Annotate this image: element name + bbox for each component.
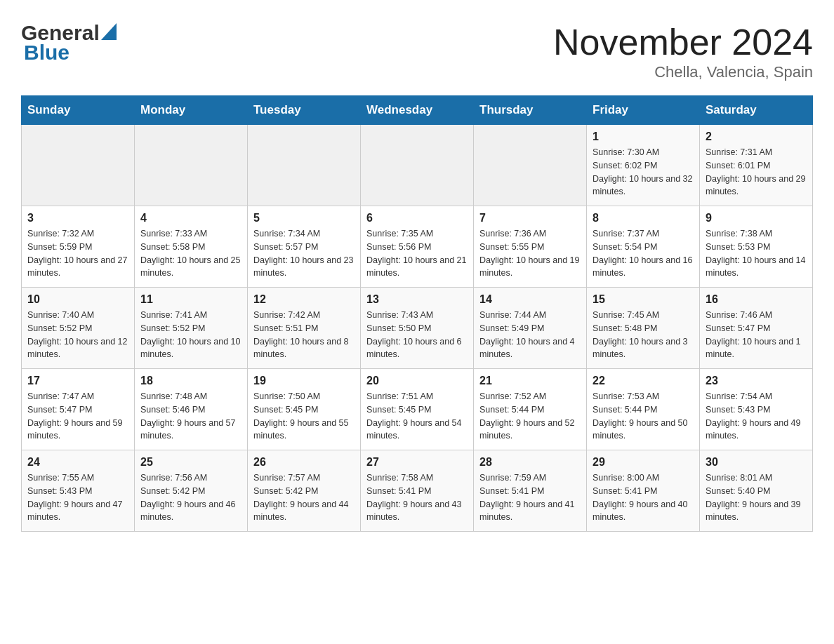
day-number: 7 [479,212,581,224]
page-header: General Blue November 2024 Chella, Valen… [21,21,813,81]
day-header-wednesday: Wednesday [361,96,474,125]
month-title: November 2024 [553,21,813,63]
calendar-cell: 29Sunrise: 8:00 AMSunset: 5:41 PMDayligh… [587,450,700,532]
day-header-sunday: Sunday [22,96,135,125]
day-header-monday: Monday [135,96,248,125]
calendar-cell [361,125,474,206]
day-info: Sunrise: 7:31 AMSunset: 6:01 PMDaylight:… [706,146,807,199]
day-number: 6 [366,212,468,224]
day-number: 1 [593,130,694,143]
calendar-cell: 6Sunrise: 7:35 AMSunset: 5:56 PMDaylight… [361,206,474,288]
day-number: 11 [140,293,241,306]
day-number: 22 [593,375,694,387]
calendar-cell: 14Sunrise: 7:44 AMSunset: 5:49 PMDayligh… [474,288,587,369]
day-info: Sunrise: 7:59 AMSunset: 5:41 PMDaylight:… [479,471,581,524]
calendar-week-row: 24Sunrise: 7:55 AMSunset: 5:43 PMDayligh… [22,450,813,532]
day-info: Sunrise: 7:44 AMSunset: 5:49 PMDaylight:… [479,309,581,361]
logo-triangle-icon [101,23,117,40]
day-number: 15 [593,293,694,306]
day-info: Sunrise: 7:42 AMSunset: 5:51 PMDaylight:… [253,309,355,361]
day-info: Sunrise: 7:53 AMSunset: 5:44 PMDaylight:… [593,390,694,443]
calendar-week-row: 17Sunrise: 7:47 AMSunset: 5:47 PMDayligh… [22,369,813,450]
title-block: November 2024 Chella, Valencia, Spain [553,21,813,81]
day-info: Sunrise: 7:43 AMSunset: 5:50 PMDaylight:… [366,309,468,361]
day-number: 21 [479,375,581,387]
day-info: Sunrise: 7:58 AMSunset: 5:41 PMDaylight:… [366,471,468,524]
day-number: 14 [479,293,581,306]
day-info: Sunrise: 7:40 AMSunset: 5:52 PMDaylight:… [27,309,128,361]
calendar-cell: 18Sunrise: 7:48 AMSunset: 5:46 PMDayligh… [135,369,248,450]
calendar-cell: 30Sunrise: 8:01 AMSunset: 5:40 PMDayligh… [700,450,813,532]
calendar-cell: 4Sunrise: 7:33 AMSunset: 5:58 PMDaylight… [135,206,248,288]
day-info: Sunrise: 8:01 AMSunset: 5:40 PMDaylight:… [706,471,807,524]
day-info: Sunrise: 7:57 AMSunset: 5:42 PMDaylight:… [253,471,355,524]
day-number: 13 [366,293,468,306]
day-info: Sunrise: 7:34 AMSunset: 5:57 PMDaylight:… [253,227,355,280]
day-info: Sunrise: 7:56 AMSunset: 5:42 PMDaylight:… [140,471,241,524]
calendar-cell: 23Sunrise: 7:54 AMSunset: 5:43 PMDayligh… [700,369,813,450]
calendar-cell: 21Sunrise: 7:52 AMSunset: 5:44 PMDayligh… [474,369,587,450]
day-number: 3 [27,212,128,224]
calendar-cell: 28Sunrise: 7:59 AMSunset: 5:41 PMDayligh… [474,450,587,532]
day-number: 18 [140,375,241,387]
day-number: 16 [706,293,807,306]
calendar-cell: 7Sunrise: 7:36 AMSunset: 5:55 PMDaylight… [474,206,587,288]
calendar-cell: 15Sunrise: 7:45 AMSunset: 5:48 PMDayligh… [587,288,700,369]
calendar-cell: 10Sunrise: 7:40 AMSunset: 5:52 PMDayligh… [22,288,135,369]
svg-marker-0 [101,23,117,40]
day-header-saturday: Saturday [700,96,813,125]
day-number: 28 [479,456,581,469]
calendar-cell: 8Sunrise: 7:37 AMSunset: 5:54 PMDaylight… [587,206,700,288]
calendar-cell [22,125,135,206]
calendar-cell: 20Sunrise: 7:51 AMSunset: 5:45 PMDayligh… [361,369,474,450]
calendar-cell: 12Sunrise: 7:42 AMSunset: 5:51 PMDayligh… [248,288,361,369]
day-info: Sunrise: 7:37 AMSunset: 5:54 PMDaylight:… [593,227,694,280]
day-number: 8 [593,212,694,224]
calendar-cell: 5Sunrise: 7:34 AMSunset: 5:57 PMDaylight… [248,206,361,288]
day-number: 12 [253,293,355,306]
day-info: Sunrise: 8:00 AMSunset: 5:41 PMDaylight:… [593,471,694,524]
day-info: Sunrise: 7:47 AMSunset: 5:47 PMDaylight:… [27,390,128,443]
logo-blue-text: Blue [24,41,70,65]
calendar-header-row: SundayMondayTuesdayWednesdayThursdayFrid… [22,96,813,125]
day-info: Sunrise: 7:33 AMSunset: 5:58 PMDaylight:… [140,227,241,280]
day-info: Sunrise: 7:36 AMSunset: 5:55 PMDaylight:… [479,227,581,280]
logo: General Blue [21,21,117,65]
day-info: Sunrise: 7:51 AMSunset: 5:45 PMDaylight:… [366,390,468,443]
day-info: Sunrise: 7:38 AMSunset: 5:53 PMDaylight:… [706,227,807,280]
calendar-cell: 3Sunrise: 7:32 AMSunset: 5:59 PMDaylight… [22,206,135,288]
day-number: 5 [253,212,355,224]
location-subtitle: Chella, Valencia, Spain [553,63,813,81]
calendar-cell: 9Sunrise: 7:38 AMSunset: 5:53 PMDaylight… [700,206,813,288]
calendar-week-row: 3Sunrise: 7:32 AMSunset: 5:59 PMDaylight… [22,206,813,288]
day-info: Sunrise: 7:41 AMSunset: 5:52 PMDaylight:… [140,309,241,361]
calendar-cell: 16Sunrise: 7:46 AMSunset: 5:47 PMDayligh… [700,288,813,369]
day-number: 4 [140,212,241,224]
calendar-week-row: 1Sunrise: 7:30 AMSunset: 6:02 PMDaylight… [22,125,813,206]
calendar-cell: 1Sunrise: 7:30 AMSunset: 6:02 PMDaylight… [587,125,700,206]
calendar-cell [474,125,587,206]
day-number: 26 [253,456,355,469]
calendar-cell: 25Sunrise: 7:56 AMSunset: 5:42 PMDayligh… [135,450,248,532]
day-info: Sunrise: 7:45 AMSunset: 5:48 PMDaylight:… [593,309,694,361]
calendar-cell: 2Sunrise: 7:31 AMSunset: 6:01 PMDaylight… [700,125,813,206]
day-number: 20 [366,375,468,387]
calendar-cell: 17Sunrise: 7:47 AMSunset: 5:47 PMDayligh… [22,369,135,450]
day-info: Sunrise: 7:55 AMSunset: 5:43 PMDaylight:… [27,471,128,524]
calendar-cell: 13Sunrise: 7:43 AMSunset: 5:50 PMDayligh… [361,288,474,369]
day-number: 2 [706,130,807,143]
calendar-cell [135,125,248,206]
calendar-cell: 22Sunrise: 7:53 AMSunset: 5:44 PMDayligh… [587,369,700,450]
day-info: Sunrise: 7:54 AMSunset: 5:43 PMDaylight:… [706,390,807,443]
calendar-cell: 19Sunrise: 7:50 AMSunset: 5:45 PMDayligh… [248,369,361,450]
day-info: Sunrise: 7:46 AMSunset: 5:47 PMDaylight:… [706,309,807,361]
calendar-cell [248,125,361,206]
day-number: 10 [27,293,128,306]
day-number: 29 [593,456,694,469]
day-info: Sunrise: 7:30 AMSunset: 6:02 PMDaylight:… [593,146,694,199]
day-number: 24 [27,456,128,469]
day-number: 27 [366,456,468,469]
day-number: 9 [706,212,807,224]
calendar-week-row: 10Sunrise: 7:40 AMSunset: 5:52 PMDayligh… [22,288,813,369]
calendar-cell: 24Sunrise: 7:55 AMSunset: 5:43 PMDayligh… [22,450,135,532]
